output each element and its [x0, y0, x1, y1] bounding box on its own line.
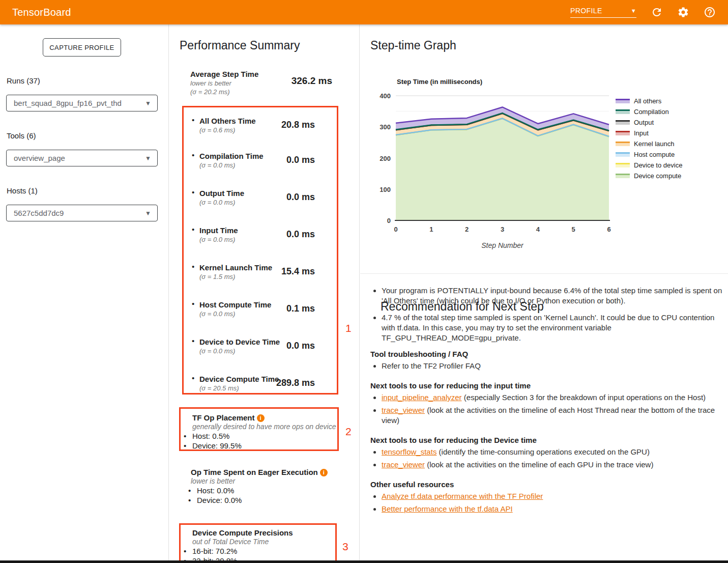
legend-label: Kernel launch	[634, 140, 675, 148]
legend-swatch-icon	[616, 174, 630, 178]
legend-item: Input	[616, 128, 682, 138]
dashboard-selector-value: PROFILE	[570, 7, 602, 15]
gear-icon	[677, 6, 689, 18]
tf-op-placement-device: Device: 99.5%	[192, 441, 242, 450]
svg-text:5: 5	[572, 226, 575, 233]
average-step-time: Average Step Time lower is better (σ = 2…	[190, 69, 307, 96]
list-item: Analyze tf.data performance with the TF …	[382, 491, 726, 501]
faq-item: Refer to the TF2 Profiler FAQ	[382, 361, 726, 371]
bullet-icon: •	[184, 441, 186, 451]
svg-text:3: 3	[501, 226, 504, 233]
legend-swatch-icon	[616, 109, 630, 114]
bullet-icon: •	[188, 495, 191, 505]
item-value: 20.8 ms	[281, 120, 315, 130]
refresh-button[interactable]	[651, 6, 663, 18]
recommendation-panel: Recommendation for Next Step Your progra…	[370, 286, 726, 517]
list-item: Better performance with the tf.data API	[382, 504, 726, 514]
list-item-text: (look at the activities on the timeline …	[382, 406, 715, 425]
tf-op-placement-note: generally desired to have more ops on de…	[192, 423, 337, 431]
item-value: 0.0 ms	[286, 155, 315, 165]
legend-label: Compilation	[634, 108, 669, 116]
annotation-box-2: TF Op Placementi generally desired to ha…	[179, 407, 339, 451]
sidebar: CAPTURE PROFILE Runs (37) bert_squad_8gp…	[0, 24, 169, 563]
device-tools-heading: Next tools to use for reducing the Devic…	[370, 436, 726, 444]
tools-select[interactable]: overview_page ▼	[6, 150, 158, 166]
performance-summary-title: Performance Summary	[180, 39, 300, 52]
svg-text:400: 400	[380, 92, 391, 100]
item-value: 0.0 ms	[286, 192, 315, 203]
recommendation-title: Recommendation for Next Step	[381, 300, 544, 314]
bullet-icon: •	[192, 116, 194, 124]
svg-text:Step Number: Step Number	[481, 241, 524, 249]
eager-host: Host: 0.0%	[197, 486, 234, 495]
recommendation-bullet: 4.7 % of the total step time sampled is …	[382, 313, 726, 343]
legend-swatch-icon	[616, 142, 630, 146]
legend-item: Output	[616, 117, 682, 128]
list-item: tensorflow_stats (identify the time-cons…	[382, 447, 726, 457]
list-item: • Compilation Time (σ = 0.0 ms) 0.0 ms	[169, 143, 325, 180]
capture-profile-button[interactable]: CAPTURE PROFILE	[43, 38, 121, 57]
legend-label: Host compute	[634, 151, 675, 158]
svg-text:4: 4	[536, 226, 540, 233]
chevron-down-icon: ▼	[145, 210, 151, 217]
bullet-icon: •	[188, 486, 191, 495]
dashboard-selector[interactable]: PROFILE ▼	[570, 7, 636, 18]
list-item-text: (look at the activities on the timeline …	[425, 460, 653, 469]
info-icon[interactable]: i	[257, 414, 265, 422]
legend-label: Output	[634, 119, 654, 126]
chart-title: Step Time (in milliseconds)	[397, 78, 482, 86]
recommendation-bullets: Your program is POTENTIALLY input-bound …	[370, 286, 726, 343]
hosts-select[interactable]: 5627c5dd7dc9 ▼	[6, 205, 158, 221]
list-item: trace_viewer (look at the activities on …	[382, 460, 726, 470]
runs-label: Runs (37)	[7, 76, 40, 85]
precisions-note: out of Total Device Time	[192, 538, 335, 546]
help-button[interactable]	[704, 6, 716, 18]
legend-label: Device to device	[634, 161, 682, 169]
list-item: • Device Compute Time (σ = 20.5 ms) 289.…	[169, 366, 325, 403]
bullet-icon: •	[192, 374, 194, 382]
device-compute-precisions: Device Compute Precisions out of Total D…	[181, 525, 335, 563]
trace-viewer-link[interactable]: trace_viewer	[382, 406, 425, 414]
performance-summary-panel: Performance Summary Average Step Time lo…	[169, 24, 360, 563]
svg-text:100: 100	[380, 186, 391, 193]
tf-op-placement: TF Op Placementi generally desired to ha…	[181, 409, 337, 451]
tensorflow-stats-link[interactable]: tensorflow_stats	[382, 447, 436, 456]
runs-select-value: bert_squad_8gpu_fp16_pvt_thd	[14, 99, 122, 107]
svg-text:6: 6	[607, 226, 610, 233]
tfdata-profiler-link[interactable]: Analyze tf.data performance with the TF …	[382, 492, 543, 500]
list-item: • Device to Device Time (σ = 0.0 ms) 0.0…	[169, 329, 325, 366]
app-header: TensorBoard PROFILE ▼	[0, 0, 728, 24]
tfdata-api-link[interactable]: Better performance with the tf.data API	[382, 504, 513, 513]
bullet-icon: •	[192, 151, 194, 159]
divider	[360, 273, 728, 274]
help-icon	[704, 6, 716, 18]
trace-viewer-link[interactable]: trace_viewer	[382, 460, 425, 469]
settings-button[interactable]	[677, 6, 689, 18]
eager-execution: Op Time Spent on Eager Executioni lower …	[191, 467, 343, 505]
bullet-icon: •	[192, 225, 194, 234]
legend-label: Device compute	[634, 172, 681, 180]
step-time-graph-panel: Step-time Graph Step Time (in millisecon…	[360, 24, 728, 563]
list-item: • All Others Time (σ = 0.6 ms) 20.8 ms	[169, 106, 325, 143]
list-item: • Host Compute Time (σ = 0.0 ms) 0.1 ms	[169, 292, 325, 329]
legend-item: Host compute	[616, 149, 682, 160]
input-pipeline-analyzer-link[interactable]: input_pipeline_analyzer	[382, 393, 462, 402]
svg-text:1: 1	[429, 226, 433, 233]
bullet-icon: •	[192, 336, 194, 345]
legend-item: Device compute	[616, 171, 682, 181]
svg-text:2: 2	[465, 226, 469, 233]
svg-text:300: 300	[380, 123, 391, 131]
tools-label: Tools (6)	[7, 131, 36, 140]
info-icon[interactable]: i	[320, 469, 328, 476]
list-item: trace_viewer (look at the activities on …	[382, 405, 726, 426]
list-item-text: (especially Section 3 for the breakdown …	[462, 393, 706, 402]
tf-op-placement-title: TF Op Placement	[192, 413, 255, 422]
list-item: • Output Time (σ = 0.0 ms) 0.0 ms	[169, 180, 325, 217]
legend-label: All others	[634, 97, 661, 105]
item-value: 0.0 ms	[286, 341, 315, 351]
average-step-time-value: 326.2 ms	[292, 75, 332, 87]
runs-select[interactable]: bert_squad_8gpu_fp16_pvt_thd ▼	[6, 95, 158, 111]
item-value: 289.8 ms	[276, 378, 315, 388]
legend-item: Compilation	[616, 106, 682, 117]
eager-device: Device: 0.0%	[197, 496, 242, 504]
